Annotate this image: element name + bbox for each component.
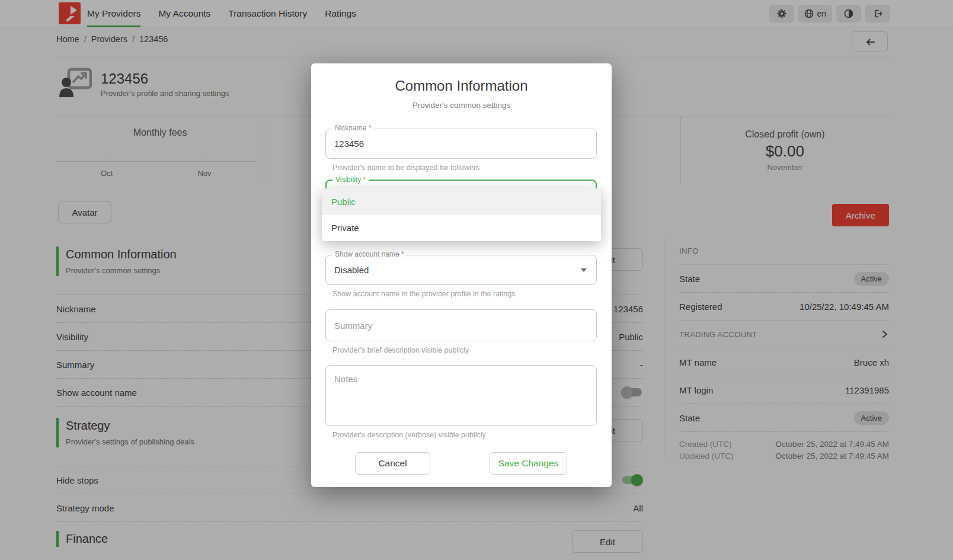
nickname-input[interactable] — [326, 129, 596, 158]
required-asterisk: * — [363, 175, 366, 184]
show-account-name-helper: Show account name in the provider profil… — [332, 289, 516, 299]
save-changes-button[interactable]: Save Changes — [490, 452, 567, 475]
visibility-field-label: Visibility * — [332, 175, 369, 184]
required-asterisk: * — [369, 124, 372, 132]
summary-field — [325, 309, 597, 341]
modal-subtitle: Provider's common settings — [311, 101, 612, 110]
notes-textarea[interactable] — [326, 366, 596, 425]
show-account-name-value: Disabled — [326, 255, 596, 284]
modal-title: Common Information — [311, 78, 612, 94]
cancel-button[interactable]: Cancel — [355, 452, 430, 475]
summary-input[interactable] — [326, 310, 596, 341]
field-label-text: Show account name — [335, 250, 399, 258]
notes-field — [325, 365, 597, 426]
field-label-text: Nickname — [335, 124, 366, 132]
show-account-name-field-label: Show account name * — [332, 250, 407, 258]
summary-helper: Provider's brief description visible pub… — [332, 345, 469, 355]
notes-helper: Provider's description (verbose) visible… — [332, 430, 486, 440]
nickname-field-label: Nickname * — [332, 124, 374, 132]
nickname-field: Nickname * — [325, 129, 597, 159]
show-account-name-field[interactable]: Show account name * Disabled — [325, 255, 597, 285]
menu-item-public[interactable]: Public — [322, 188, 601, 215]
common-information-modal: Common Information Provider's common set… — [311, 63, 612, 487]
nickname-helper: Provider's name to be displayed for foll… — [332, 163, 479, 172]
menu-item-private[interactable]: Private — [322, 215, 601, 241]
app-root: My Providers My Accounts Transaction His… — [0, 0, 953, 560]
field-label-text: Visibility — [335, 175, 361, 184]
visibility-dropdown-menu: Public Private — [322, 188, 601, 241]
required-asterisk: * — [401, 250, 404, 258]
chevron-down-icon — [581, 268, 587, 272]
